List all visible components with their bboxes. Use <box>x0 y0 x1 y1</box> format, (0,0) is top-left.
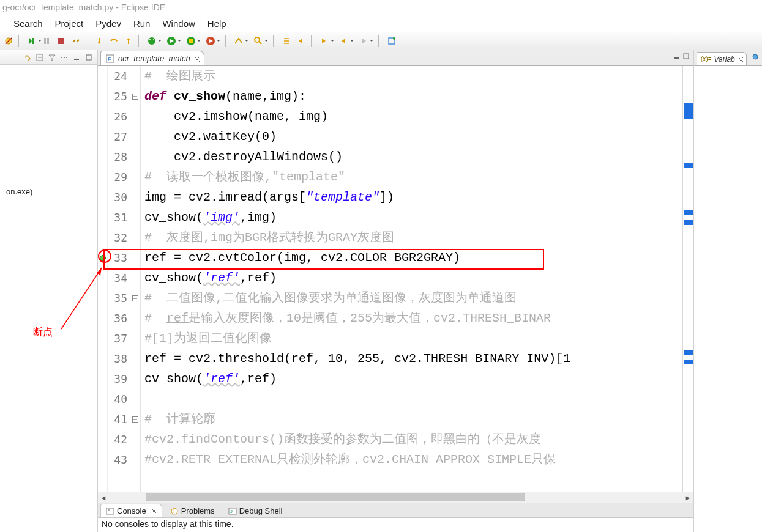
svg-point-11 <box>149 39 151 40</box>
link-editor-icon[interactable] <box>23 53 32 62</box>
svg-rect-4 <box>44 38 46 44</box>
code-line[interactable]: # 二值图像,二值化输入图像要求为单通道图像，灰度图为单通道图 <box>144 288 682 308</box>
close-tab-icon[interactable] <box>194 55 200 64</box>
code-line[interactable]: cv2.imshow(name, img) <box>144 106 682 127</box>
code-line[interactable]: def cv_show(name,img): <box>144 86 682 106</box>
tab-debug-shell-label: Debug Shell <box>239 506 283 515</box>
svg-text:J: J <box>230 509 233 514</box>
pin-editor-icon[interactable] <box>386 35 398 47</box>
next-annotation-icon[interactable] <box>280 35 293 47</box>
svg-text:P: P <box>108 56 111 62</box>
scroll-right-arrow[interactable]: ► <box>682 492 693 503</box>
menu-search[interactable]: Search <box>11 17 45 30</box>
tab-console-label: Console <box>117 506 146 515</box>
breakpoint-marker[interactable] <box>100 255 106 261</box>
coverage-button[interactable] <box>185 35 197 47</box>
tab-ocr-template-match[interactable]: P ocr_template_match <box>100 51 204 65</box>
back-icon[interactable] <box>338 35 350 47</box>
code-line[interactable]: img = cv2.imread(args["template"]) <box>144 187 682 207</box>
terminate-icon[interactable] <box>55 35 67 47</box>
debug-button[interactable] <box>146 35 158 47</box>
svg-rect-34 <box>86 55 91 60</box>
menu-run[interactable]: Run <box>131 17 153 30</box>
svg-point-32 <box>66 57 67 58</box>
disconnect-icon[interactable] <box>70 35 82 47</box>
menu-window[interactable]: Window <box>160 17 197 30</box>
code-line[interactable] <box>144 389 682 409</box>
fold-toggle[interactable] <box>131 409 140 429</box>
editor-maximize-icon[interactable] <box>682 51 690 62</box>
tab-console[interactable]: Console <box>100 504 162 517</box>
tab-variables[interactable]: (x)= Variab <box>697 52 747 65</box>
svg-marker-9 <box>127 38 130 40</box>
code-line[interactable]: #cv2.findContours()函数接受的参数为二值图，即黑白的（不是灰度 <box>144 429 682 449</box>
svg-marker-22 <box>322 39 326 43</box>
code-line[interactable]: ref = cv2.threshold(ref, 10, 255, cv2.TH… <box>144 349 682 369</box>
open-type-icon[interactable] <box>233 35 245 47</box>
menu-pydev[interactable]: Pydev <box>93 17 124 30</box>
editor-minimize-icon[interactable] <box>673 51 680 62</box>
minimize-pane-icon[interactable] <box>72 53 81 62</box>
scroll-thumb[interactable] <box>146 493 525 501</box>
svg-rect-40 <box>684 54 689 59</box>
line-number-gutter: 2425262728293031323334353637383940414243 <box>108 66 141 492</box>
step-over-icon[interactable] <box>108 35 120 47</box>
line-number: 35 <box>108 288 131 308</box>
close-console-tab-icon[interactable] <box>151 506 157 515</box>
breakpoint-ruler[interactable] <box>98 66 108 492</box>
code-line[interactable]: # ref是输入灰度图像，10是阈值，255为最大值，cv2.THRESH_BI… <box>144 308 682 328</box>
tab-debug-shell[interactable]: J Debug Shell <box>223 504 288 517</box>
bottom-tabs: Console ! Problems J Debug Shell <box>98 503 693 518</box>
code-line[interactable]: cv_show('img',img) <box>144 207 682 227</box>
editor-tabs: P ocr_template_match <box>98 50 693 66</box>
code-line[interactable]: cv2.destroyAllWindows() <box>144 147 682 167</box>
code-line[interactable]: # 绘图展示 <box>144 66 682 86</box>
ov-mark-2 <box>684 163 693 168</box>
run-last-button[interactable] <box>204 35 217 47</box>
svg-marker-23 <box>342 39 345 43</box>
line-number: 28 <box>108 147 131 167</box>
breakpoints-view-icon[interactable] <box>751 53 760 64</box>
line-number: 43 <box>108 449 131 470</box>
editor-area: 2425262728293031323334353637383940414243… <box>98 66 693 492</box>
menu-help[interactable]: Help <box>205 17 229 30</box>
line-number: 26 <box>108 106 131 127</box>
line-number: 42 <box>108 429 131 449</box>
horizontal-scrollbar[interactable]: ◄ ► <box>98 492 693 503</box>
step-into-icon[interactable] <box>93 35 105 47</box>
filter-icon[interactable] <box>47 53 57 62</box>
fold-toggle[interactable] <box>131 86 140 106</box>
code-line[interactable]: ref = cv2.cvtColor(img, cv2.COLOR_BGR2GR… <box>144 248 682 268</box>
tab-variables-label: Variab <box>714 55 735 64</box>
code-line[interactable]: # 读取一个模板图像,"template" <box>144 167 682 187</box>
prev-annotation-icon[interactable] <box>295 35 307 47</box>
code-line[interactable]: # 计算轮廓 <box>144 409 682 429</box>
code-line[interactable]: #cv2.RETR_EXTERNAL只检测外轮廓，cv2.CHAIN_APPRO… <box>144 449 682 470</box>
step-return-icon[interactable] <box>122 35 135 47</box>
code-line[interactable]: # 灰度图,img为BGR格式转换为GRAY灰度图 <box>144 227 682 248</box>
fold-toggle[interactable] <box>131 288 140 308</box>
resume-icon[interactable] <box>26 35 38 47</box>
view-menu-icon[interactable] <box>59 53 69 62</box>
code-line[interactable]: cv_show('ref',ref) <box>144 268 682 288</box>
tab-problems[interactable]: ! Problems <box>165 504 220 517</box>
collapse-all-icon[interactable] <box>35 53 45 62</box>
search-icon[interactable] <box>252 35 264 47</box>
editor[interactable]: 2425262728293031323334353637383940414243… <box>98 66 682 492</box>
code-line[interactable]: cv_show('ref',ref) <box>144 369 682 389</box>
run-button[interactable] <box>165 35 177 47</box>
code-line[interactable]: #[1]为返回二值化图像 <box>144 328 682 349</box>
forward-icon[interactable] <box>357 35 370 47</box>
menu-project[interactable]: Project <box>53 17 86 30</box>
scroll-left-arrow[interactable]: ◄ <box>98 492 109 503</box>
suspend-icon[interactable] <box>40 35 53 47</box>
left-pane: on.exe) <box>0 50 98 532</box>
main-toolbar <box>0 32 762 50</box>
last-edit-icon[interactable] <box>318 35 331 47</box>
code-line[interactable]: cv2.waitKey(0) <box>144 127 682 147</box>
maximize-pane-icon[interactable] <box>84 53 94 62</box>
overview-ruler[interactable] <box>682 66 693 492</box>
skip-breakpoints-icon[interactable] <box>2 35 15 47</box>
close-variables-tab-icon[interactable] <box>738 56 744 64</box>
code-area[interactable]: # 绘图展示def cv_show(name,img): cv2.imshow(… <box>141 66 682 492</box>
